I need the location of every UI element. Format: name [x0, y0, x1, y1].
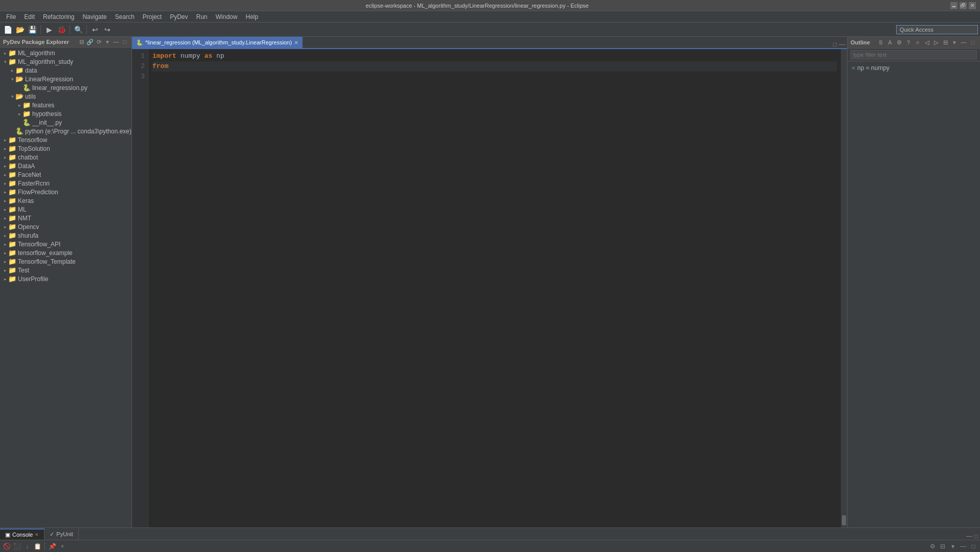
toolbar-undo-btn[interactable]: ↩	[90, 24, 101, 35]
outline-filter-input[interactable]	[851, 50, 977, 59]
tree-item-25[interactable]: ▸📁Test	[0, 266, 131, 274]
sidebar-collapse-btn[interactable]: ⊟	[78, 38, 85, 45]
tree-item-23[interactable]: ▸📁tensorflow_example	[0, 248, 131, 257]
outline-btn-1[interactable]: S	[877, 38, 885, 47]
console-max-btn[interactable]: □	[974, 533, 978, 540]
quick-access-input[interactable]	[896, 25, 978, 34]
console-clear-btn[interactable]: 🚫	[2, 542, 11, 551]
tree-item-2[interactable]: ▸📁data	[0, 66, 131, 75]
tree-toggle-6[interactable]: ▸	[16, 103, 23, 108]
menu-item-project[interactable]: Project	[139, 12, 166, 21]
console-tab-close[interactable]: ✕	[35, 532, 39, 537]
menu-item-edit[interactable]: Edit	[20, 12, 39, 21]
outline-btn-3[interactable]: ⚙	[895, 38, 903, 47]
tree-toggle-13[interactable]: ▸	[2, 164, 8, 169]
tree-toggle-20[interactable]: ▸	[2, 224, 8, 229]
tree-item-12[interactable]: ▸📁chatbot	[0, 153, 131, 162]
scroll-thumb[interactable]	[842, 515, 846, 525]
tree-toggle-26[interactable]: ▸	[2, 277, 8, 282]
tree-item-22[interactable]: ▸📁Tensorflow_API	[0, 240, 131, 248]
tree-item-1[interactable]: ▾📁ML_algorithm_study	[0, 57, 131, 66]
editor-min-btn[interactable]: —	[839, 41, 845, 48]
console-copy-btn[interactable]: 📋	[33, 542, 42, 551]
tree-toggle-16[interactable]: ▸	[2, 190, 8, 195]
console-settings-btn[interactable]: ⚙	[928, 542, 937, 551]
menu-item-pydev[interactable]: PyDev	[166, 12, 192, 21]
editor-max-btn[interactable]: □	[833, 41, 837, 48]
maximize-button[interactable]: 🗗	[960, 2, 967, 9]
tree-item-3[interactable]: ▾📂LinearRegression	[0, 75, 131, 83]
sidebar-min-btn[interactable]: —	[113, 38, 120, 45]
editor-tab-linear-regression[interactable]: 🐍 *linear_regression (ML_algorithm_study…	[132, 37, 303, 48]
menu-item-navigate[interactable]: Navigate	[78, 12, 110, 21]
outline-collapse-btn[interactable]: ⊟	[941, 38, 949, 47]
sidebar-max-btn[interactable]: □	[121, 38, 128, 45]
tree-toggle-5[interactable]: ▾	[9, 94, 15, 99]
outline-item-np[interactable]: = np = numpy	[852, 63, 976, 73]
toolbar-search-btn[interactable]: 🔍	[73, 24, 84, 35]
toolbar-debug-btn[interactable]: 🐞	[56, 24, 67, 35]
tree-item-7[interactable]: ▸📁hypothesis	[0, 109, 131, 118]
tree-item-19[interactable]: ▸📁NMT	[0, 214, 131, 222]
tree-toggle-3[interactable]: ▾	[9, 77, 15, 82]
console-scroll-btn[interactable]: ↓	[23, 542, 32, 551]
console-hide-btn[interactable]: —	[959, 542, 968, 551]
console-restore-btn[interactable]: □	[969, 542, 978, 551]
tree-toggle-1[interactable]: ▾	[2, 59, 8, 64]
sidebar-menu-btn[interactable]: ▾	[104, 38, 111, 45]
toolbar-new-btn[interactable]: 📄	[2, 24, 13, 35]
tree-toggle-17[interactable]: ▸	[2, 198, 8, 203]
tree-toggle-18[interactable]: ▸	[2, 207, 8, 212]
tree-item-26[interactable]: ▸📁UserProfile	[0, 274, 131, 283]
toolbar-redo-btn[interactable]: ↪	[102, 24, 113, 35]
tree-item-13[interactable]: ▸📁DataA	[0, 162, 131, 170]
tree-toggle-25[interactable]: ▸	[2, 268, 8, 273]
tree-toggle-14[interactable]: ▸	[2, 172, 8, 177]
tree-item-17[interactable]: ▸📁Keras	[0, 196, 131, 205]
editor-scrollbar[interactable]	[841, 49, 847, 527]
toolbar-save-btn[interactable]: 💾	[27, 24, 38, 35]
sidebar-sync-btn[interactable]: ⟳	[95, 38, 102, 45]
outline-max-btn[interactable]: □	[969, 38, 977, 47]
toolbar-run-btn[interactable]: ▶	[43, 24, 55, 35]
tree-toggle-21[interactable]: ▸	[2, 233, 8, 238]
tree-item-6[interactable]: ▸📁features	[0, 101, 131, 109]
console-new-btn[interactable]: +	[58, 542, 67, 551]
outline-min-btn[interactable]: —	[960, 38, 968, 47]
menu-item-file[interactable]: File	[2, 12, 20, 21]
sidebar-link-btn[interactable]: 🔗	[86, 38, 94, 45]
tree-item-15[interactable]: ▸📁FasterRcnn	[0, 179, 131, 188]
outline-menu-btn[interactable]: ▾	[950, 38, 959, 47]
menu-item-help[interactable]: Help	[241, 12, 262, 21]
outline-btn-4[interactable]: ?	[904, 38, 912, 47]
tree-toggle-11[interactable]: ▸	[2, 146, 8, 151]
outline-btn-7[interactable]: ▷	[932, 38, 940, 47]
tree-item-18[interactable]: ▸📁ML	[0, 205, 131, 214]
tree-item-20[interactable]: ▸📁Opencv	[0, 222, 131, 231]
menu-item-window[interactable]: Window	[212, 12, 242, 21]
tree-item-5[interactable]: ▾📂utils	[0, 92, 131, 101]
outline-btn-6[interactable]: ◁	[923, 38, 931, 47]
tree-item-16[interactable]: ▸📁FlowPrediction	[0, 188, 131, 196]
tree-item-8[interactable]: 🐍__init__.py	[0, 118, 131, 127]
tree-toggle-22[interactable]: ▸	[2, 242, 8, 247]
tree-item-21[interactable]: ▸📁shurufa	[0, 231, 131, 240]
outline-btn-2[interactable]: A	[886, 38, 894, 47]
tree-toggle-19[interactable]: ▸	[2, 216, 8, 221]
tree-item-11[interactable]: ▸📁TopSolution	[0, 144, 131, 153]
code-area[interactable]: import numpy as np from	[148, 49, 841, 527]
minimize-button[interactable]: 🗕	[950, 2, 957, 9]
sidebar-header-controls[interactable]: ⊟ 🔗 ⟳ ▾ — □	[78, 38, 128, 45]
tree-toggle-2[interactable]: ▸	[9, 68, 15, 73]
console-tab-pyunit[interactable]: ✓ PyUnit	[44, 528, 78, 540]
tree-item-10[interactable]: ▸📁Tensorflow	[0, 135, 131, 144]
tree-toggle-10[interactable]: ▸	[2, 137, 8, 143]
tree-item-4[interactable]: 🐍linear_regression.py	[0, 83, 131, 92]
outline-btn-5[interactable]: ≡	[914, 38, 922, 47]
close-button[interactable]: ✕	[969, 2, 976, 9]
console-terminate-btn[interactable]: ⬛	[12, 542, 21, 551]
tree-item-0[interactable]: ▸📁ML_algorithm	[0, 49, 131, 57]
title-bar-controls[interactable]: 🗕 🗗 ✕	[950, 2, 976, 9]
console-min-btn[interactable]: —	[966, 533, 972, 540]
toolbar-open-btn[interactable]: 📂	[14, 24, 26, 35]
